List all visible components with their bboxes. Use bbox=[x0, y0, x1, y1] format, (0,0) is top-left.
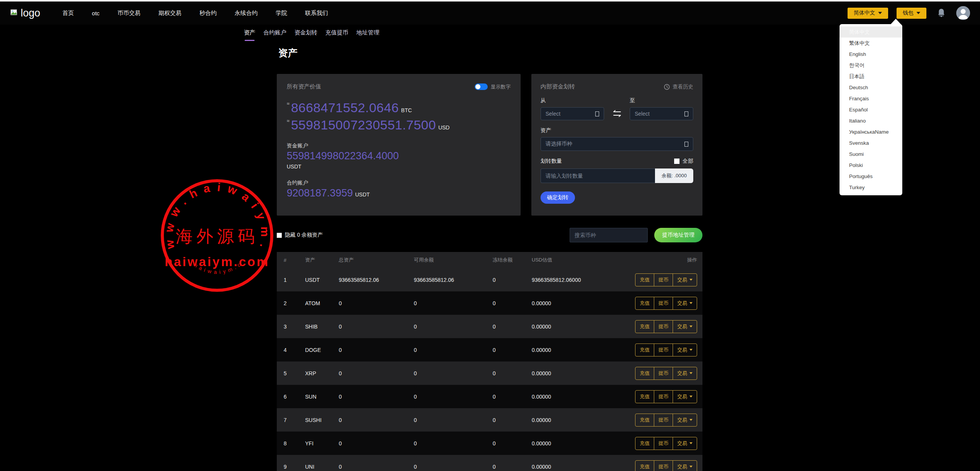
transfer-all-checkbox[interactable] bbox=[674, 159, 679, 164]
view-history-link[interactable]: 查看历史 bbox=[664, 83, 693, 90]
withdraw-button[interactable]: 提币 bbox=[654, 367, 673, 379]
trade-dropdown-button[interactable]: 交易 bbox=[673, 367, 697, 379]
wallet-button-label: 钱包 bbox=[903, 10, 913, 16]
trade-button-label: 交易 bbox=[677, 463, 687, 470]
hide-zero-checkbox[interactable] bbox=[277, 233, 282, 238]
trade-dropdown-button[interactable]: 交易 bbox=[673, 297, 697, 309]
language-option[interactable]: Français bbox=[840, 93, 902, 104]
cell-actions: 充值 提币 交易 bbox=[624, 320, 697, 333]
language-option[interactable]: 한국어 bbox=[840, 60, 902, 71]
chevron-down-icon bbox=[689, 279, 693, 281]
cell-total: 0 bbox=[339, 324, 414, 330]
trade-dropdown-button[interactable]: 交易 bbox=[673, 437, 697, 450]
nav-menu-item[interactable]: 币币交易 bbox=[118, 10, 140, 17]
withdraw-button[interactable]: 提币 bbox=[654, 461, 673, 471]
withdraw-button[interactable]: 提币 bbox=[654, 414, 673, 426]
nav-menu-item[interactable]: 联系我们 bbox=[305, 10, 328, 17]
cell-total: 0 bbox=[339, 440, 414, 446]
to-label: 至 bbox=[630, 97, 693, 104]
language-option[interactable]: Turkey bbox=[840, 182, 902, 193]
main-menu: 首页 otc 币币交易 期权交易 秒合约 永续合约 学院 联系我们 bbox=[62, 10, 328, 17]
subnav-tab[interactable]: 充值提币 bbox=[325, 29, 348, 41]
cell-coin: XRP bbox=[305, 370, 339, 376]
trade-button-label: 交易 bbox=[677, 300, 687, 307]
deposit-button[interactable]: 充值 bbox=[635, 414, 654, 426]
subnav-tab[interactable]: 合约账户 bbox=[263, 29, 286, 41]
bell-icon[interactable] bbox=[937, 8, 946, 18]
table-row: 9 UNI 0 0 0 0.00000 充值 提币 交易 bbox=[277, 455, 702, 471]
trade-dropdown-button[interactable]: 交易 bbox=[673, 461, 697, 471]
cell-available: 0 bbox=[414, 370, 493, 376]
nav-menu-item[interactable]: 首页 bbox=[62, 10, 74, 17]
site-logo[interactable]: logo bbox=[10, 7, 40, 19]
language-button[interactable]: 简体中文 bbox=[848, 8, 888, 19]
language-option[interactable]: Svenska bbox=[840, 137, 902, 149]
deposit-button[interactable]: 充值 bbox=[635, 274, 654, 286]
chevron-down-icon bbox=[916, 12, 920, 14]
language-option[interactable]: 日本語 bbox=[840, 71, 902, 82]
from-select[interactable]: Select bbox=[541, 107, 604, 120]
subnav-tab[interactable]: 资产 bbox=[244, 29, 255, 41]
nav-menu-item[interactable]: otc bbox=[92, 10, 100, 16]
to-select[interactable]: Select bbox=[630, 107, 693, 120]
deposit-button[interactable]: 充值 bbox=[635, 461, 654, 471]
nav-menu-item[interactable]: 秒合约 bbox=[199, 10, 217, 17]
cell-usd: 93663585812.06000 bbox=[532, 277, 624, 283]
language-option[interactable]: Español bbox=[840, 104, 902, 115]
subnav-tab[interactable]: 资金划转 bbox=[294, 29, 317, 41]
trade-dropdown-button[interactable]: 交易 bbox=[673, 274, 697, 286]
language-option[interactable]: Deutsch bbox=[840, 82, 902, 93]
subnav-tab[interactable]: 地址管理 bbox=[356, 29, 379, 41]
overview-title: 所有资产价值 bbox=[287, 83, 321, 90]
deposit-button[interactable]: 充值 bbox=[635, 297, 654, 309]
trade-dropdown-button[interactable]: 交易 bbox=[673, 414, 697, 426]
deposit-button[interactable]: 充值 bbox=[635, 437, 654, 450]
asset-select[interactable]: 请选择币种 bbox=[541, 137, 693, 151]
show-numbers-toggle[interactable] bbox=[475, 83, 488, 90]
contract-account-line: 9208187.3959USDT bbox=[287, 187, 511, 199]
language-option[interactable]: Polski bbox=[840, 160, 902, 171]
cell-actions: 充值 提币 交易 bbox=[624, 343, 697, 357]
language-option[interactable]: Italiano bbox=[840, 115, 902, 126]
nav-menu-item[interactable]: 学院 bbox=[276, 10, 287, 17]
deposit-button[interactable]: 充值 bbox=[635, 344, 654, 356]
nav-menu-item[interactable]: 永续合约 bbox=[235, 10, 258, 17]
row-action-group: 充值 提币 交易 bbox=[635, 414, 697, 427]
language-option[interactable]: English bbox=[840, 49, 902, 60]
total-usd-value: 559815007230551.7500 bbox=[291, 118, 436, 132]
deposit-button[interactable]: 充值 bbox=[635, 391, 654, 403]
swap-arrows-icon[interactable] bbox=[611, 110, 623, 118]
nav-menu-item[interactable]: 期权交易 bbox=[158, 10, 181, 17]
cell-actions: 充值 提币 交易 bbox=[624, 460, 697, 471]
withdraw-button[interactable]: 提币 bbox=[654, 437, 673, 450]
deposit-button[interactable]: 充值 bbox=[635, 367, 654, 379]
withdraw-address-button[interactable]: 提币地址管理 bbox=[654, 228, 702, 242]
language-option[interactable]: УкраїнськаName bbox=[840, 126, 902, 137]
search-coin-input[interactable] bbox=[570, 228, 648, 242]
trade-button-label: 交易 bbox=[677, 347, 687, 353]
trade-button-label: 交易 bbox=[677, 417, 687, 424]
language-option[interactable]: Suomi bbox=[840, 149, 902, 160]
withdraw-button[interactable]: 提币 bbox=[654, 321, 673, 333]
language-option[interactable]: Português bbox=[840, 171, 902, 182]
trade-dropdown-button[interactable]: 交易 bbox=[673, 344, 697, 356]
missing-glyph-icon bbox=[684, 142, 688, 147]
cell-frozen: 0 bbox=[493, 347, 532, 353]
deposit-button[interactable]: 充值 bbox=[635, 321, 654, 333]
withdraw-button[interactable]: 提币 bbox=[654, 274, 673, 286]
confirm-transfer-button[interactable]: 确定划转 bbox=[541, 191, 575, 204]
withdraw-button[interactable]: 提币 bbox=[654, 391, 673, 403]
trade-dropdown-button[interactable]: 交易 bbox=[673, 391, 697, 403]
withdraw-button[interactable]: 提币 bbox=[654, 297, 673, 309]
wallet-button[interactable]: 钱包 bbox=[897, 8, 926, 19]
withdraw-button[interactable]: 提币 bbox=[654, 344, 673, 356]
language-option[interactable]: 繁体中文 bbox=[840, 38, 902, 49]
person-icon bbox=[956, 6, 970, 20]
trade-dropdown-button[interactable]: 交易 bbox=[673, 321, 697, 333]
cell-usd: 0.00000 bbox=[532, 464, 624, 470]
user-avatar[interactable] bbox=[956, 6, 970, 20]
cell-coin: SUSHI bbox=[305, 417, 339, 423]
cell-total: 0 bbox=[339, 347, 414, 353]
amount-input[interactable] bbox=[541, 168, 655, 183]
language-option[interactable]: 简体中文 bbox=[840, 26, 902, 38]
